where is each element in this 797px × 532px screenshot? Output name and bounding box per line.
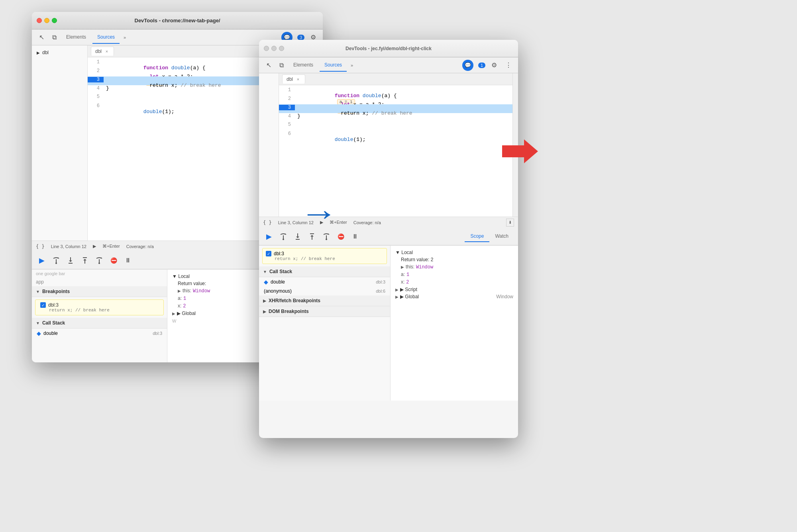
more-tabs-icon-2[interactable]: » bbox=[348, 63, 355, 68]
deactivate-btn-2[interactable]: ⛔ bbox=[335, 231, 347, 243]
step-out-btn-1[interactable] bbox=[79, 254, 91, 266]
minimize-button-2[interactable] bbox=[271, 46, 277, 51]
resume-btn-1[interactable]: ▶ bbox=[36, 254, 48, 266]
step-over-btn-1[interactable] bbox=[50, 254, 62, 266]
step-over-btn-2[interactable] bbox=[277, 231, 289, 243]
step-btn-2[interactable] bbox=[320, 231, 332, 243]
step-out-btn-2[interactable] bbox=[306, 231, 318, 243]
panel-icon-2[interactable]: ⬇ bbox=[506, 219, 514, 227]
code-line-2-3: 3 return x; // break here bbox=[279, 104, 512, 113]
cursor-icon-2[interactable]: ↖ bbox=[263, 60, 274, 71]
svg-point-1 bbox=[55, 262, 57, 264]
layers-icon[interactable]: ⧉ bbox=[49, 32, 60, 43]
traffic-lights-2 bbox=[264, 46, 284, 51]
right-panel-2: ▼ Local Return value: 2 ▶ this: Window a… bbox=[391, 246, 518, 401]
tab-sources-2[interactable]: Sources bbox=[320, 59, 347, 72]
titlebar-1: DevTools - chrome://new-tab-page/ bbox=[32, 12, 323, 29]
blue-arrow: → bbox=[300, 195, 338, 232]
call-stack-item-double-1[interactable]: ◆ double dbl:3 bbox=[32, 329, 167, 338]
format-icon-2[interactable]: { } bbox=[263, 220, 272, 225]
bp-code-2: return x; // break here bbox=[266, 256, 383, 261]
code-line-2-4: 4 } bbox=[279, 113, 512, 122]
return-value-2: Return value: 2 bbox=[395, 256, 513, 263]
dom-header-2[interactable]: ▶ DOM Breakpoints bbox=[259, 306, 390, 317]
breakpoint-item-1: ✓ dbl:3 return x; // break here bbox=[35, 299, 164, 315]
maximize-button-2[interactable] bbox=[279, 46, 284, 51]
local-section-2: ▼ Local bbox=[395, 249, 513, 256]
chat-icon-2[interactable]: 💬 bbox=[462, 60, 473, 71]
layers-icon-2[interactable]: ⧉ bbox=[276, 60, 287, 71]
coverage-1: Coverage: n/a bbox=[126, 244, 154, 249]
svg-point-7 bbox=[98, 262, 100, 264]
breakpoint-item-2: ✓ dbl:3 return x; // break here bbox=[262, 248, 387, 264]
sources-area-2: dbl × 1 function double(a) { a = 1 2 bbox=[259, 73, 518, 217]
resume-btn-2[interactable]: ▶ bbox=[263, 231, 275, 243]
code-line-2-6: 6 double(1); bbox=[279, 131, 512, 139]
close-tab-2[interactable]: × bbox=[295, 76, 301, 82]
status-bar-2: { } Line 3, Column 12 ▶ ⌘+Enter Coverage… bbox=[259, 217, 518, 228]
traffic-lights-1 bbox=[37, 18, 57, 23]
window-title-2: DevTools - jec.fyi/demo/dbl-right-click bbox=[345, 46, 432, 51]
play-icon-1: ▶ bbox=[93, 244, 96, 249]
svg-point-15 bbox=[326, 239, 327, 240]
stack-arrow-1: ◆ bbox=[37, 330, 41, 336]
pause-btn-2[interactable]: ⏸ bbox=[349, 231, 361, 243]
sidebar-label-1: dbl bbox=[42, 50, 49, 55]
titlebar-2: DevTools - jec.fyi/demo/dbl-right-click bbox=[259, 40, 518, 57]
minimize-button-1[interactable] bbox=[44, 18, 49, 23]
more-tabs-icon-1[interactable]: » bbox=[121, 35, 128, 40]
file-tab-dbl-1[interactable]: dbl × bbox=[91, 47, 114, 56]
xhr-header-2[interactable]: ▶ XHR/fetch Breakpoints bbox=[259, 295, 390, 306]
maximize-button-1[interactable] bbox=[52, 18, 57, 23]
format-icon-1[interactable]: { } bbox=[36, 244, 45, 249]
callstack-header-1[interactable]: ▼ Call Stack bbox=[32, 318, 167, 329]
sidebar-item-app-1: app bbox=[32, 278, 167, 286]
scope-tab-2[interactable]: Scope bbox=[465, 231, 489, 242]
file-tree-2 bbox=[259, 73, 279, 217]
sidebar-item-1[interactable]: ▶ dbl bbox=[32, 49, 87, 57]
close-tab-1[interactable]: × bbox=[104, 49, 110, 54]
close-button-2[interactable] bbox=[264, 46, 269, 51]
global-item-2: ▶ ▶ Global Window bbox=[395, 293, 513, 300]
bottom-section-2: ✓ dbl:3 return x; // break here ▼ Call S… bbox=[259, 245, 518, 401]
callstack-header-2[interactable]: ▼ Call Stack bbox=[259, 266, 390, 277]
step-into-btn-1[interactable] bbox=[65, 254, 77, 266]
position-1: Line 3, Column 12 bbox=[51, 244, 86, 249]
bp-checkbox-2[interactable]: ✓ bbox=[266, 251, 271, 256]
devtools-window-2: DevTools - jec.fyi/demo/dbl-right-click … bbox=[259, 40, 518, 438]
sidebar-item-bar-1: one google bar bbox=[32, 270, 167, 278]
deactivate-btn-1[interactable]: ⛔ bbox=[108, 254, 120, 266]
breakpoints-header-1[interactable]: ▼ Breakpoints bbox=[32, 286, 167, 297]
call-stack-item-anon-2[interactable]: (anonymous) dbl:6 bbox=[259, 287, 390, 295]
tab-elements-2[interactable]: Elements bbox=[289, 59, 318, 72]
svg-point-9 bbox=[283, 239, 284, 240]
step-into-btn-2[interactable] bbox=[292, 231, 304, 243]
debug-toolbar-2: ▶ ⛔ ⏸ Scope Watch bbox=[259, 228, 518, 245]
scope-content-2: ▼ Local Return value: 2 ▶ this: Window a… bbox=[391, 246, 518, 303]
bp-header-2: ✓ dbl:3 bbox=[266, 251, 383, 256]
code-line-2-5: 5 bbox=[279, 122, 512, 131]
red-arrow bbox=[502, 139, 538, 163]
close-button-1[interactable] bbox=[37, 18, 42, 23]
left-panel-1: one google bar app ▼ Breakpoints ✓ dbl:3… bbox=[32, 270, 167, 362]
breakpoints-triangle-1: ▼ bbox=[36, 289, 40, 294]
left-panel-2: ✓ dbl:3 return x; // break here ▼ Call S… bbox=[259, 246, 391, 401]
bp-label-1: dbl:3 bbox=[48, 302, 59, 308]
file-tab-dbl-2[interactable]: dbl × bbox=[282, 74, 305, 84]
devtools-toolbar-2: ↖ ⧉ Elements Sources » 💬 1 ⚙ ⋮ bbox=[259, 57, 518, 73]
a-item-2: a: 1 bbox=[395, 271, 513, 278]
call-stack-item-double-2[interactable]: ◆ double dbl:3 bbox=[259, 277, 390, 287]
gear-icon-2[interactable]: ⚙ bbox=[489, 60, 500, 71]
code-line-2-1: 1 function double(a) { a = 1 bbox=[279, 87, 512, 96]
bp-checkbox-1[interactable]: ✓ bbox=[40, 302, 46, 308]
tab-sources-1[interactable]: Sources bbox=[92, 31, 120, 44]
pause-btn-1[interactable]: ⏸ bbox=[122, 254, 134, 266]
cursor-icon[interactable]: ↖ bbox=[36, 32, 47, 43]
notifications-badge-2: 1 bbox=[478, 63, 485, 68]
step-btn-1[interactable] bbox=[93, 254, 105, 266]
tab-elements-1[interactable]: Elements bbox=[61, 31, 91, 44]
x-item-2: x: 2 bbox=[395, 278, 513, 286]
watch-tab-2[interactable]: Watch bbox=[489, 231, 514, 242]
stack-arrow-2: ◆ bbox=[264, 279, 268, 285]
more-icon-2[interactable]: ⋮ bbox=[503, 60, 514, 71]
